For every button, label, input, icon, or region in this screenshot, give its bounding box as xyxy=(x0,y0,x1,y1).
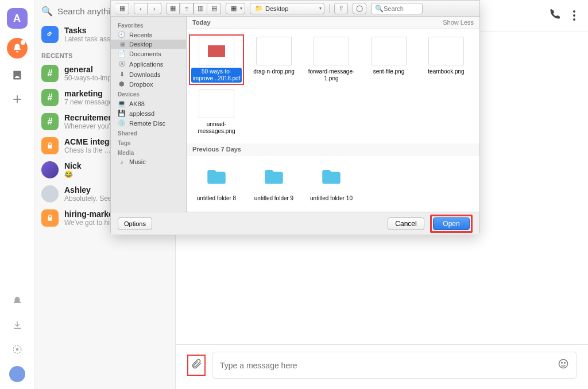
tags-icon[interactable]: ◯ xyxy=(353,3,366,14)
open-highlight: Open xyxy=(430,215,473,233)
view-list-icon[interactable]: ≡ xyxy=(180,3,194,14)
attach-highlight xyxy=(187,355,206,376)
pdf-thumbnail-icon xyxy=(199,37,234,65)
clock-icon: 🕘 xyxy=(118,31,126,38)
section-today: Today xyxy=(192,19,211,26)
notifications-bell[interactable] xyxy=(7,38,28,59)
phone-icon[interactable] xyxy=(549,9,560,23)
sidebar-device[interactable]: 💿Remote Disc xyxy=(111,118,186,128)
share-icon[interactable]: ⇧ xyxy=(334,3,348,14)
sidebar-recents[interactable]: 🕘Recents xyxy=(111,30,186,40)
sidebar-device[interactable]: 💾applessd xyxy=(111,108,186,118)
apps-icon: Ⓐ xyxy=(118,60,126,68)
emoji-icon[interactable] xyxy=(558,358,569,372)
png-thumbnail-icon xyxy=(428,37,464,65)
devices-header: Devices xyxy=(111,89,186,99)
sidebar-toggle-icon[interactable]: ▦ xyxy=(115,3,129,14)
options-button[interactable]: Options xyxy=(118,217,152,230)
help-icon[interactable] xyxy=(10,342,25,357)
sidebar-dropbox[interactable]: ⬢Dropbox xyxy=(111,79,186,89)
bell-outline-icon[interactable] xyxy=(10,294,25,309)
view-gallery-icon[interactable]: ▤ xyxy=(207,3,221,14)
show-less-link[interactable]: Show Less xyxy=(443,19,474,26)
file-picker-dialog: ▦ ‹ › ▦ ≡ ▥ ▤ ▦ 📁 Desktop ⇧ ◯ 🔍 Favorite… xyxy=(110,0,480,235)
svg-point-1 xyxy=(16,348,18,351)
more-icon[interactable] xyxy=(573,10,575,21)
back-button[interactable]: ‹ xyxy=(134,3,148,14)
folder-item[interactable]: untitled folder 10 xyxy=(304,161,359,205)
downloads-icon: ⬇ xyxy=(118,71,126,78)
sidebar-downloads[interactable]: ⬇Downloads xyxy=(111,69,186,79)
open-button[interactable]: Open xyxy=(433,217,470,230)
png-thumbnail-icon xyxy=(199,90,234,118)
svg-point-3 xyxy=(562,363,563,364)
lock-icon xyxy=(41,209,59,227)
channel-icon: # xyxy=(41,89,59,106)
png-thumbnail-icon xyxy=(314,37,349,65)
file-item-selected[interactable]: 50-ways-to-improve...2018.pdf xyxy=(189,34,244,85)
contacts-icon[interactable] xyxy=(10,68,25,83)
computer-icon: 💻 xyxy=(118,100,126,107)
file-item[interactable]: unread-messages.png xyxy=(189,87,244,138)
svg-point-2 xyxy=(559,360,568,368)
folder-item[interactable]: untitled folder 9 xyxy=(246,161,301,205)
paperclip-icon[interactable] xyxy=(191,360,202,372)
workspace-avatar[interactable]: A xyxy=(7,8,28,29)
cancel-button[interactable]: Cancel xyxy=(388,217,424,230)
section-previous: Previous 7 Days xyxy=(192,146,241,153)
group-by-select[interactable]: ▦ xyxy=(226,3,245,14)
view-icons-icon[interactable]: ▦ xyxy=(166,3,180,14)
music-icon: ♪ xyxy=(118,158,126,165)
file-item[interactable]: sent-file.png xyxy=(361,34,416,85)
avatar-icon xyxy=(41,161,59,178)
sidebar-documents[interactable]: 📄Documents xyxy=(111,49,186,59)
sidebar-music[interactable]: ♪Music xyxy=(111,157,186,166)
search-icon: 🔍 xyxy=(41,6,53,17)
png-thumbnail-icon xyxy=(256,37,292,65)
svg-point-4 xyxy=(564,363,566,364)
finder-search[interactable]: 🔍 xyxy=(371,3,423,14)
channel-icon: # xyxy=(41,65,59,82)
location-select[interactable]: 📁 Desktop xyxy=(250,3,324,14)
user-avatar-small[interactable] xyxy=(9,366,25,382)
file-item[interactable]: forward-message-1.png xyxy=(304,34,359,85)
folder-item[interactable]: untitled folder 8 xyxy=(189,161,244,205)
channel-icon: # xyxy=(41,113,59,130)
disc-icon: 💿 xyxy=(118,119,126,127)
lock-icon xyxy=(41,137,59,154)
favorites-header: Favorites xyxy=(111,20,186,30)
tags-header: Tags xyxy=(111,138,186,147)
folder-icon xyxy=(314,164,349,192)
avatar-icon xyxy=(41,185,59,203)
shared-header: Shared xyxy=(111,128,186,138)
png-thumbnail-icon xyxy=(371,37,407,65)
sidebar-desktop[interactable]: 🖥Desktop xyxy=(111,40,186,49)
folder-icon xyxy=(256,164,292,192)
document-icon: 📄 xyxy=(118,50,126,57)
message-input[interactable] xyxy=(220,361,558,370)
download-icon[interactable] xyxy=(10,318,25,333)
sidebar-applications[interactable]: ⒶApplications xyxy=(111,59,186,69)
file-item[interactable]: drag-n-drop.png xyxy=(246,34,301,85)
dropbox-icon: ⬢ xyxy=(118,80,126,88)
sidebar-device[interactable]: 💻AK88 xyxy=(111,99,186,108)
forward-button[interactable]: › xyxy=(148,3,161,14)
file-item[interactable]: teambook.png xyxy=(419,34,474,85)
media-header: Media xyxy=(111,147,186,157)
desktop-icon: 🖥 xyxy=(118,41,126,48)
tasks-icon xyxy=(41,26,59,43)
disk-icon: 💾 xyxy=(118,110,126,117)
folder-icon xyxy=(199,164,234,192)
add-icon[interactable] xyxy=(10,92,25,107)
view-columns-icon[interactable]: ▥ xyxy=(194,3,207,14)
